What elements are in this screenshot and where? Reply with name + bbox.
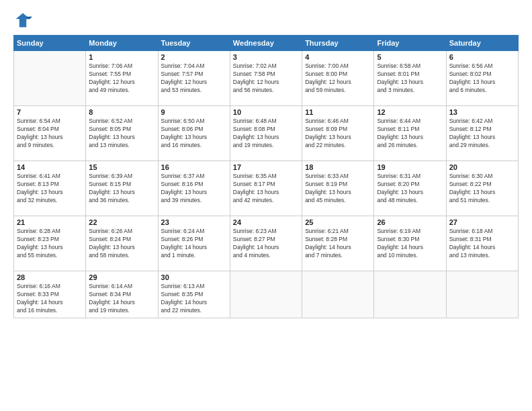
day-info: Sunrise: 6:35 AM Sunset: 8:17 PM Dayligh…: [233, 173, 299, 205]
day-number: 12: [377, 108, 443, 116]
calendar-cell: 4Sunrise: 7:00 AM Sunset: 8:00 PM Daylig…: [302, 51, 374, 106]
calendar-cell: 26Sunrise: 6:19 AM Sunset: 8:30 PM Dayli…: [374, 216, 446, 271]
day-number: 4: [305, 53, 371, 61]
calendar-cell: 23Sunrise: 6:24 AM Sunset: 8:26 PM Dayli…: [158, 216, 230, 271]
calendar-cell: 7Sunrise: 6:54 AM Sunset: 8:04 PM Daylig…: [14, 106, 86, 161]
calendar-cell: 19Sunrise: 6:31 AM Sunset: 8:20 PM Dayli…: [374, 161, 446, 216]
calendar-week-1: 1Sunrise: 7:06 AM Sunset: 7:55 PM Daylig…: [14, 51, 519, 106]
calendar-cell: [14, 51, 86, 106]
calendar-cell: [446, 271, 518, 318]
day-number: 17: [233, 163, 299, 171]
day-info: Sunrise: 6:46 AM Sunset: 8:09 PM Dayligh…: [305, 118, 371, 150]
calendar-cell: 5Sunrise: 6:58 AM Sunset: 8:01 PM Daylig…: [374, 51, 446, 106]
day-number: 13: [449, 108, 515, 116]
calendar-cell: 15Sunrise: 6:39 AM Sunset: 8:15 PM Dayli…: [86, 161, 158, 216]
calendar-cell: 13Sunrise: 6:42 AM Sunset: 8:12 PM Dayli…: [446, 106, 518, 161]
day-info: Sunrise: 6:14 AM Sunset: 8:34 PM Dayligh…: [89, 283, 154, 315]
calendar-cell: 8Sunrise: 6:52 AM Sunset: 8:05 PM Daylig…: [86, 106, 158, 161]
day-info: Sunrise: 6:26 AM Sunset: 8:24 PM Dayligh…: [89, 228, 154, 260]
weekday-header-saturday: Saturday: [446, 36, 518, 51]
calendar-cell: 25Sunrise: 6:21 AM Sunset: 8:28 PM Dayli…: [302, 216, 374, 271]
day-number: 30: [161, 273, 227, 281]
calendar-cell: 10Sunrise: 6:48 AM Sunset: 8:08 PM Dayli…: [230, 106, 302, 161]
day-info: Sunrise: 6:31 AM Sunset: 8:20 PM Dayligh…: [377, 173, 443, 205]
weekday-header-row: SundayMondayTuesdayWednesdayThursdayFrid…: [14, 36, 519, 51]
weekday-header-tuesday: Tuesday: [158, 36, 230, 51]
calendar-cell: 21Sunrise: 6:28 AM Sunset: 8:23 PM Dayli…: [14, 216, 86, 271]
day-number: 7: [17, 108, 83, 116]
calendar-cell: 3Sunrise: 7:02 AM Sunset: 7:58 PM Daylig…: [230, 51, 302, 106]
calendar-cell: 2Sunrise: 7:04 AM Sunset: 7:57 PM Daylig…: [158, 51, 230, 106]
day-info: Sunrise: 6:41 AM Sunset: 8:13 PM Dayligh…: [17, 173, 83, 205]
day-info: Sunrise: 6:30 AM Sunset: 8:22 PM Dayligh…: [449, 173, 515, 205]
day-info: Sunrise: 6:48 AM Sunset: 8:08 PM Dayligh…: [233, 118, 299, 150]
day-number: 29: [89, 273, 154, 281]
day-number: 1: [89, 53, 154, 61]
day-number: 16: [161, 163, 227, 171]
day-info: Sunrise: 6:56 AM Sunset: 8:02 PM Dayligh…: [449, 62, 515, 95]
day-number: 21: [17, 218, 83, 226]
svg-marker-0: [16, 13, 30, 28]
calendar-week-2: 7Sunrise: 6:54 AM Sunset: 8:04 PM Daylig…: [14, 106, 519, 161]
calendar-cell: 14Sunrise: 6:41 AM Sunset: 8:13 PM Dayli…: [14, 161, 86, 216]
day-number: 15: [89, 163, 154, 171]
day-info: Sunrise: 7:00 AM Sunset: 8:00 PM Dayligh…: [305, 62, 371, 95]
weekday-header-thursday: Thursday: [302, 36, 374, 51]
calendar-week-5: 28Sunrise: 6:16 AM Sunset: 8:33 PM Dayli…: [14, 271, 519, 318]
day-info: Sunrise: 6:28 AM Sunset: 8:23 PM Dayligh…: [17, 228, 83, 260]
day-info: Sunrise: 6:23 AM Sunset: 8:27 PM Dayligh…: [233, 228, 299, 260]
day-info: Sunrise: 6:37 AM Sunset: 8:16 PM Dayligh…: [161, 173, 227, 205]
calendar-cell: 1Sunrise: 7:06 AM Sunset: 7:55 PM Daylig…: [86, 51, 158, 106]
day-info: Sunrise: 7:02 AM Sunset: 7:58 PM Dayligh…: [233, 62, 299, 95]
day-number: 20: [449, 163, 515, 171]
weekday-header-friday: Friday: [374, 36, 446, 51]
calendar-cell: [230, 271, 302, 318]
day-number: 10: [233, 108, 299, 116]
day-number: 14: [17, 163, 83, 171]
day-number: 9: [161, 108, 227, 116]
day-info: Sunrise: 6:58 AM Sunset: 8:01 PM Dayligh…: [377, 62, 443, 95]
calendar-cell: 11Sunrise: 6:46 AM Sunset: 8:09 PM Dayli…: [302, 106, 374, 161]
calendar-cell: [302, 271, 374, 318]
day-number: 18: [305, 163, 371, 171]
day-number: 6: [449, 53, 515, 61]
day-number: 26: [377, 218, 443, 226]
day-info: Sunrise: 7:06 AM Sunset: 7:55 PM Dayligh…: [89, 62, 154, 95]
day-info: Sunrise: 6:50 AM Sunset: 8:06 PM Dayligh…: [161, 118, 227, 150]
day-number: 3: [233, 53, 299, 61]
calendar-cell: 28Sunrise: 6:16 AM Sunset: 8:33 PM Dayli…: [14, 271, 86, 318]
day-info: Sunrise: 6:42 AM Sunset: 8:12 PM Dayligh…: [449, 118, 515, 150]
calendar-cell: 20Sunrise: 6:30 AM Sunset: 8:22 PM Dayli…: [446, 161, 518, 216]
day-number: 25: [305, 218, 371, 226]
svg-marker-1: [26, 17, 32, 19]
day-info: Sunrise: 6:54 AM Sunset: 8:04 PM Dayligh…: [17, 118, 83, 150]
calendar-cell: 6Sunrise: 6:56 AM Sunset: 8:02 PM Daylig…: [446, 51, 518, 106]
day-number: 22: [89, 218, 154, 226]
day-info: Sunrise: 7:04 AM Sunset: 7:57 PM Dayligh…: [161, 62, 227, 95]
calendar-cell: 24Sunrise: 6:23 AM Sunset: 8:27 PM Dayli…: [230, 216, 302, 271]
day-info: Sunrise: 6:13 AM Sunset: 8:35 PM Dayligh…: [161, 283, 227, 315]
day-number: 2: [161, 53, 227, 61]
day-info: Sunrise: 6:16 AM Sunset: 8:33 PM Dayligh…: [17, 283, 83, 315]
day-info: Sunrise: 6:18 AM Sunset: 8:31 PM Dayligh…: [449, 228, 515, 260]
logo: [13, 11, 35, 30]
calendar-cell: 17Sunrise: 6:35 AM Sunset: 8:17 PM Dayli…: [230, 161, 302, 216]
day-number: 5: [377, 53, 443, 61]
calendar-week-3: 14Sunrise: 6:41 AM Sunset: 8:13 PM Dayli…: [14, 161, 519, 216]
day-number: 8: [89, 108, 154, 116]
day-info: Sunrise: 6:19 AM Sunset: 8:30 PM Dayligh…: [377, 228, 443, 260]
calendar-cell: 18Sunrise: 6:33 AM Sunset: 8:19 PM Dayli…: [302, 161, 374, 216]
calendar-cell: 16Sunrise: 6:37 AM Sunset: 8:16 PM Dayli…: [158, 161, 230, 216]
calendar-cell: 27Sunrise: 6:18 AM Sunset: 8:31 PM Dayli…: [446, 216, 518, 271]
weekday-header-wednesday: Wednesday: [230, 36, 302, 51]
day-info: Sunrise: 6:39 AM Sunset: 8:15 PM Dayligh…: [89, 173, 154, 205]
day-info: Sunrise: 6:24 AM Sunset: 8:26 PM Dayligh…: [161, 228, 227, 260]
calendar-cell: 9Sunrise: 6:50 AM Sunset: 8:06 PM Daylig…: [158, 106, 230, 161]
day-number: 28: [17, 273, 83, 281]
day-info: Sunrise: 6:21 AM Sunset: 8:28 PM Dayligh…: [305, 228, 371, 260]
logo-icon: [13, 11, 32, 30]
calendar-cell: [374, 271, 446, 318]
weekday-header-monday: Monday: [86, 36, 158, 51]
header: [13, 11, 519, 30]
page: SundayMondayTuesdayWednesdayThursdayFrid…: [0, 0, 532, 411]
